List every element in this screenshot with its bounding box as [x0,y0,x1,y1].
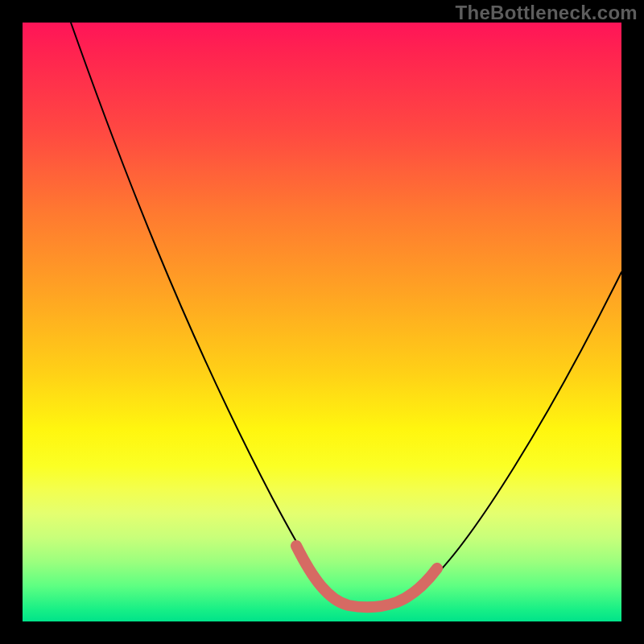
chart-frame: TheBottleneck.com [0,0,644,644]
bottleneck-curve [71,23,621,608]
optimal-range-highlight [296,546,437,607]
plot-area [23,23,621,621]
curve-layer [23,23,621,621]
watermark-text: TheBottleneck.com [456,2,638,24]
